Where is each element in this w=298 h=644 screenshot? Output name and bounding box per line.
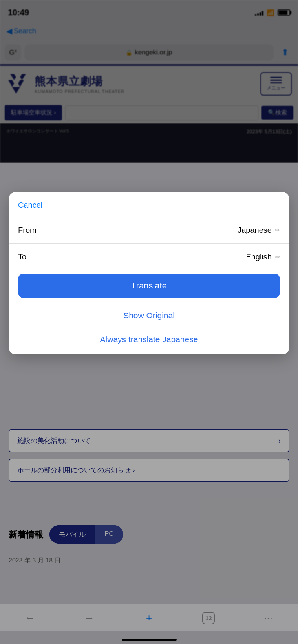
to-language: English — [246, 252, 272, 261]
to-value-group[interactable]: English ✏ — [246, 252, 280, 261]
always-translate-row: Always translate Japanese — [9, 329, 289, 354]
translate-button[interactable]: Translate — [18, 274, 280, 298]
always-translate-button[interactable]: Always translate Japanese — [100, 335, 198, 344]
translate-modal: Cancel From Japanese ✏ To English ✏ Tran… — [9, 192, 289, 354]
from-language: Japanese — [238, 226, 272, 235]
edit-from-icon: ✏ — [275, 227, 280, 234]
cancel-button[interactable]: Cancel — [9, 192, 289, 217]
edit-to-icon: ✏ — [275, 253, 280, 261]
divider-3 — [9, 270, 289, 270]
show-original-button[interactable]: Show Original — [123, 311, 175, 320]
from-label: From — [18, 226, 37, 235]
show-original-row: Show Original — [9, 305, 289, 329]
to-label: To — [18, 252, 26, 261]
from-row: From Japanese ✏ — [9, 217, 289, 243]
from-value-group[interactable]: Japanese ✏ — [238, 226, 280, 235]
to-row: To English ✏ — [9, 244, 289, 270]
